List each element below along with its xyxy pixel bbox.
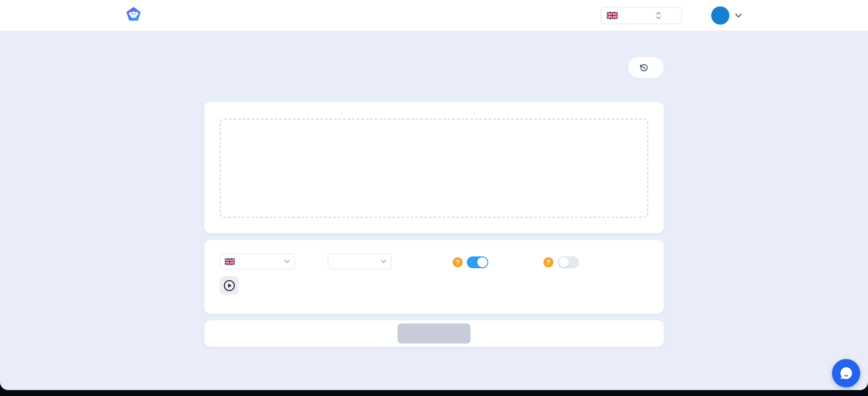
chat-bubble-icon (838, 365, 854, 381)
header (0, 0, 868, 31)
chat-widget-button[interactable] (832, 359, 860, 387)
uk-flag-icon (607, 12, 627, 19)
dropzone[interactable] (220, 119, 648, 218)
background-music-toggle[interactable] (558, 256, 579, 268)
history-icon (639, 63, 649, 73)
subtitles-help-icon[interactable]: ? (453, 257, 463, 267)
uk-flag-icon (225, 258, 250, 265)
language-selector[interactable] (601, 7, 682, 24)
background-music-help-icon[interactable]: ? (543, 257, 553, 267)
subtitles-toggle[interactable] (467, 256, 488, 268)
history-button[interactable] (628, 57, 664, 78)
play-button[interactable] (220, 276, 239, 295)
avatar[interactable] (711, 6, 729, 25)
main-content: ? ? (204, 57, 664, 347)
brand-logo[interactable] (126, 7, 146, 24)
chevron-down-icon (284, 260, 290, 263)
translate-card (204, 320, 664, 347)
voice-model-select[interactable] (328, 254, 392, 269)
mode-row (204, 57, 664, 78)
transmonkey-logo-icon (126, 7, 141, 24)
audio-preview-row (220, 275, 651, 297)
waveform[interactable] (247, 275, 640, 297)
chevron-down-icon (381, 260, 387, 263)
upload-card (204, 102, 664, 233)
translate-button[interactable] (398, 323, 470, 344)
user-menu[interactable] (706, 6, 742, 25)
settings-card: ? ? (204, 240, 664, 314)
stepper-chevrons-icon (656, 11, 676, 20)
page: ? ? (0, 0, 868, 390)
target-language-select[interactable] (220, 254, 295, 269)
play-icon (223, 280, 235, 292)
chevron-down-icon[interactable] (735, 13, 742, 18)
